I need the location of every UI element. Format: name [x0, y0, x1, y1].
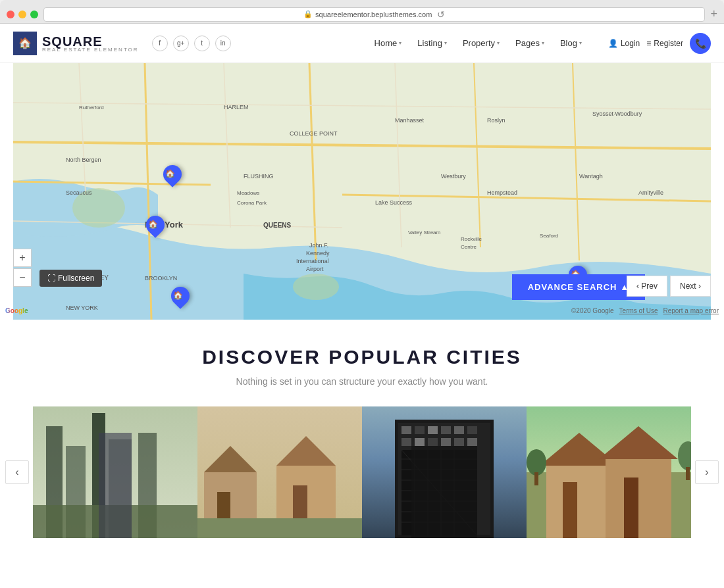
map-zoom-controls: + − [13, 249, 32, 287]
carousel-next-button[interactable]: › [695, 460, 719, 484]
svg-rect-73 [467, 438, 477, 446]
prev-button[interactable]: ‹ Prev [627, 276, 667, 297]
carousel-prev-button[interactable]: ‹ [5, 460, 29, 484]
svg-rect-94 [624, 478, 638, 538]
svg-rect-98 [686, 467, 690, 480]
new-tab-button[interactable]: + [710, 7, 717, 21]
svg-text:Hempstead: Hempstead [487, 189, 517, 196]
city-card-3[interactable] [362, 406, 527, 538]
linkedin-icon[interactable]: in [215, 36, 231, 51]
nav-blog[interactable]: Blog ▾ [554, 34, 588, 52]
social-icons: f g+ t in [152, 36, 231, 51]
page-content: 🏠 SQUARE REAL ESTATE ELEMENTOR f g+ t in… [0, 24, 724, 588]
site-logo[interactable]: 🏠 SQUARE REAL ESTATE ELEMENTOR [13, 32, 139, 55]
fullscreen-label: Fullscreen [58, 274, 94, 283]
phone-button[interactable]: 📞 [690, 33, 711, 54]
close-button[interactable] [7, 11, 14, 18]
copyright-text: ©2020 Google [571, 307, 614, 314]
svg-rect-62 [401, 426, 411, 434]
nav-listing[interactable]: Listing ▾ [411, 34, 453, 52]
phone-icon: 📞 [695, 38, 706, 49]
address-bar[interactable]: 🔒 squareelementor.beplusthemes.com ↺ [43, 7, 705, 22]
svg-text:Westbury: Westbury [441, 173, 466, 180]
user-icon: 👤 [608, 39, 618, 48]
next-arrow-icon: › [705, 466, 708, 478]
svg-rect-68 [401, 438, 411, 446]
svg-rect-58 [197, 518, 362, 538]
svg-text:Secaucus: Secaucus [66, 189, 92, 196]
svg-rect-65 [441, 426, 451, 434]
city-card-4[interactable] [527, 406, 691, 538]
fullscreen-button[interactable]: ⛶ Fullscreen [39, 270, 102, 287]
svg-point-95 [527, 449, 546, 476]
register-label: Register [654, 39, 683, 48]
discover-section: DISCOVER POPULAR CITIES Nothing is set i… [0, 320, 724, 406]
map-legal: ©2020 Google Terms of Use Report a map e… [571, 307, 719, 314]
svg-text:Rockville: Rockville [461, 236, 482, 242]
svg-text:International: International [296, 258, 329, 264]
cities-carousel: ‹ [0, 406, 724, 538]
next-label: Next [680, 282, 696, 291]
map-navigation: ‹ Prev Next › [627, 276, 711, 297]
city-card-2[interactable] [197, 406, 362, 538]
chevron-down-icon: ▾ [444, 40, 447, 46]
refresh-icon[interactable]: ↺ [437, 9, 445, 20]
svg-rect-63 [415, 426, 425, 434]
svg-text:Wantagh: Wantagh [579, 173, 603, 180]
svg-text:Corona Park: Corona Park [237, 200, 267, 206]
svg-text:Kennedy: Kennedy [306, 250, 330, 257]
url-text: squareelementor.beplusthemes.com [315, 11, 432, 18]
map-footer: Google [5, 307, 28, 314]
svg-text:Rutherford: Rutherford [79, 105, 104, 110]
svg-rect-71 [441, 438, 451, 446]
browser-chrome: 🔒 squareelementor.beplusthemes.com ↺ + [0, 0, 724, 24]
maximize-button[interactable] [30, 11, 38, 18]
svg-text:Roslyn: Roslyn [487, 117, 505, 124]
minimize-button[interactable] [18, 11, 26, 18]
fullscreen-icon: ⛶ [47, 274, 55, 283]
svg-text:Manhasset: Manhasset [395, 117, 425, 124]
chevron-down-icon: ▾ [399, 40, 401, 46]
next-icon: › [698, 282, 701, 291]
svg-text:North Bergen: North Bergen [66, 157, 101, 163]
discover-subtitle: Nothing is set in you can structure your… [13, 376, 711, 387]
register-icon: ≡ [646, 39, 651, 48]
nav-listing-label: Listing [417, 38, 442, 48]
svg-text:FLUSHING: FLUSHING [244, 173, 274, 180]
register-button[interactable]: ≡ Register [646, 39, 683, 48]
nav-property[interactable]: Property ▾ [456, 34, 506, 52]
advance-search-button[interactable]: ADVANCE SEARCH ▲ [512, 274, 645, 300]
google-plus-icon[interactable]: g+ [173, 36, 189, 51]
chevron-down-icon: ▾ [579, 40, 582, 46]
facebook-icon[interactable]: f [152, 36, 168, 51]
svg-text:HARLEM: HARLEM [224, 104, 249, 110]
prev-label: Prev [641, 282, 658, 291]
svg-rect-91 [563, 482, 577, 538]
svg-line-75 [401, 450, 477, 535]
svg-text:Syosset·Woodbury: Syosset·Woodbury [592, 110, 642, 117]
google-logo: Google [5, 307, 28, 314]
terms-link[interactable]: Terms of Use [619, 307, 658, 314]
twitter-icon[interactable]: t [194, 36, 210, 51]
zoom-out-button[interactable]: − [13, 268, 32, 287]
svg-rect-72 [454, 438, 464, 446]
nav-pages[interactable]: Pages ▾ [509, 34, 551, 52]
login-button[interactable]: 👤 Login [608, 39, 640, 48]
nav-property-label: Property [463, 38, 495, 48]
svg-text:Meadows: Meadows [237, 190, 259, 196]
svg-text:BROOKLYN: BROOKLYN [145, 275, 177, 282]
svg-rect-89 [546, 466, 612, 538]
site-header: 🏠 SQUARE REAL ESTATE ELEMENTOR f g+ t in… [0, 24, 724, 63]
svg-rect-70 [428, 438, 438, 446]
nav-blog-label: Blog [560, 38, 577, 48]
report-link[interactable]: Report a map error [663, 307, 719, 314]
nav-home[interactable]: Home ▾ [368, 34, 409, 52]
zoom-in-button[interactable]: + [13, 249, 32, 267]
svg-text:COLLEGE POINT: COLLEGE POINT [290, 130, 338, 137]
city-card-1[interactable] [33, 406, 197, 538]
svg-text:Amityville: Amityville [638, 189, 663, 196]
next-button[interactable]: Next › [670, 276, 711, 297]
traffic-lights [7, 11, 38, 18]
svg-text:NEW YORK: NEW YORK [66, 305, 98, 311]
svg-text:Centre: Centre [461, 244, 477, 250]
